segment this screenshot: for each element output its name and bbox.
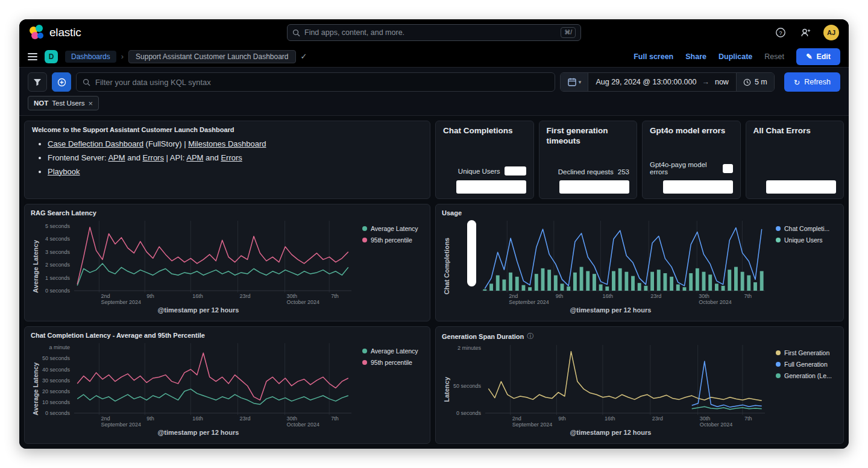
date-picker-calendar-button[interactable]: ▾ xyxy=(561,73,588,91)
breadcrumb-dashboards[interactable]: Dashboards xyxy=(65,51,116,63)
svg-text:50 seconds: 50 seconds xyxy=(42,355,71,361)
elastic-logo[interactable]: elastic xyxy=(29,25,81,40)
brand-name: elastic xyxy=(49,26,81,39)
x-axis-title: @timestamp per 12 hours xyxy=(40,429,356,438)
svg-text:2nd: 2nd xyxy=(101,416,110,422)
full-screen-button[interactable]: Full screen xyxy=(634,52,673,61)
svg-text:0 seconds: 0 seconds xyxy=(45,410,71,416)
panel-title: All Chat Errors xyxy=(753,126,837,136)
metric-label: Unique Users xyxy=(458,168,500,175)
legend-item[interactable]: Full Generation xyxy=(776,361,837,368)
svg-text:23rd: 23rd xyxy=(239,416,250,422)
link-milestones-dashboard[interactable]: Milestones Dashboard xyxy=(188,139,266,148)
svg-text:October 2024: October 2024 xyxy=(287,422,320,428)
date-to[interactable]: now xyxy=(715,78,729,86)
svg-text:9th: 9th xyxy=(146,416,154,422)
date-from[interactable]: Aug 29, 2024 @ 13:00:00.000 xyxy=(596,78,696,86)
svg-text:7th: 7th xyxy=(331,416,339,422)
legend-item[interactable]: Chat Completi... xyxy=(776,225,837,232)
link-api-errors[interactable]: Errors xyxy=(221,153,242,162)
svg-text:2nd: 2nd xyxy=(512,416,521,422)
legend-label: 95th percentile xyxy=(371,359,412,366)
link-frontend-errors[interactable]: Errors xyxy=(143,153,164,162)
svg-text:40 seconds: 40 seconds xyxy=(42,367,71,373)
global-search-input[interactable] xyxy=(304,28,556,37)
kql-input[interactable] xyxy=(95,78,549,87)
ai-assistant-icon[interactable] xyxy=(798,25,814,40)
refresh-button[interactable]: ↻ Refresh xyxy=(784,72,840,92)
space-avatar[interactable]: D xyxy=(45,50,58,63)
chart-canvas-rag-search-latency[interactable]: 2ndSeptember 20249th16th23rd30thOctober … xyxy=(40,217,356,306)
link-api-apm[interactable]: APM xyxy=(186,153,203,162)
legend-item[interactable]: Unique Users xyxy=(776,236,837,244)
legend-dot-icon xyxy=(776,362,781,367)
info-icon[interactable]: ⓘ xyxy=(527,332,533,341)
chart-canvas-usage[interactable]: 2ndSeptember 20249th16th23rd30thOctober … xyxy=(451,217,770,306)
reset-button[interactable]: Reset xyxy=(764,52,784,61)
funnel-icon xyxy=(33,78,42,86)
link-playbook[interactable]: Playbook xyxy=(48,167,80,176)
panel-generation-span-duration: Generation Span Duration ⓘ Latency 2ndSe… xyxy=(435,326,844,444)
link-case-deflection-dashboard[interactable]: Case Deflection Dashboard xyxy=(48,139,143,148)
close-icon[interactable]: × xyxy=(89,99,93,108)
y-axis-title: Average Latency xyxy=(32,240,39,293)
date-range[interactable]: Aug 29, 2024 @ 13:00:00.000 → now xyxy=(588,73,735,91)
kql-search-bar[interactable] xyxy=(76,72,555,92)
edit-button[interactable]: ✎ Edit xyxy=(796,48,840,65)
svg-text:0 seconds: 0 seconds xyxy=(456,410,482,416)
svg-text:7th: 7th xyxy=(744,293,752,299)
chart-legend: First GenerationFull GenerationGeneratio… xyxy=(770,341,837,438)
panel-first-generation-timeouts: First generation timeouts Declined reque… xyxy=(539,121,638,199)
svg-text:30th: 30th xyxy=(700,416,711,422)
legend-label: Unique Users xyxy=(784,236,823,244)
panel-title: RAG Search Latency xyxy=(31,209,424,217)
panel-title: Gpt4o model errors xyxy=(650,126,733,136)
y-axis-title: Chat Completions xyxy=(443,238,450,294)
svg-text:30th: 30th xyxy=(287,416,298,422)
svg-text:50 seconds: 50 seconds xyxy=(453,383,482,389)
menu-icon[interactable] xyxy=(28,53,37,60)
redacted-value xyxy=(559,180,629,194)
panel-gpt4o-model-errors: Gpt4o model errors Gpt4o-payg model erro… xyxy=(642,121,741,199)
refresh-interval-button[interactable]: 5 m xyxy=(736,73,774,91)
share-button[interactable]: Share xyxy=(685,52,706,61)
elastic-logo-icon xyxy=(29,25,45,40)
chart-canvas-chat-completion-latency[interactable]: 2ndSeptember 20249th16th23rd30thOctober … xyxy=(40,339,356,429)
global-search[interactable]: ⌘/ xyxy=(287,24,581,41)
link-frontend-apm[interactable]: APM xyxy=(108,153,125,162)
welcome-title: Welcome to the Support Assistant Custome… xyxy=(32,126,423,133)
nav-bar: D Dashboards › Support Assistant Custome… xyxy=(19,46,849,68)
x-axis-title: @timestamp per 12 hours xyxy=(40,306,356,316)
redacted-value xyxy=(505,166,526,176)
filter-pill-not-test-users[interactable]: NOT Test Users × xyxy=(28,96,99,110)
legend-item[interactable]: Average Latency xyxy=(362,347,424,355)
legend-item[interactable]: Average Latency xyxy=(362,225,424,232)
filter-menu-button[interactable] xyxy=(28,72,47,92)
user-avatar[interactable]: AJ xyxy=(823,25,839,40)
arrow-right-icon: → xyxy=(702,78,709,86)
legend-item[interactable]: First Generation xyxy=(776,349,837,356)
add-filter-button[interactable] xyxy=(52,72,71,92)
svg-text:2nd: 2nd xyxy=(509,293,518,299)
legend-item[interactable]: 95th percentile xyxy=(362,359,424,366)
svg-text:2 minutes: 2 minutes xyxy=(458,345,482,351)
panel-all-chat-errors: All Chat Errors xyxy=(746,121,844,199)
legend-item[interactable]: Generation (Le... xyxy=(776,372,837,379)
search-shortcut-hint: ⌘/ xyxy=(561,27,576,38)
svg-text:16th: 16th xyxy=(602,293,613,299)
svg-text:1 seconds: 1 seconds xyxy=(45,275,71,281)
duplicate-button[interactable]: Duplicate xyxy=(719,52,752,61)
legend-item[interactable]: 95th percentile xyxy=(362,236,424,244)
svg-text:20 seconds: 20 seconds xyxy=(42,388,71,394)
svg-text:16th: 16th xyxy=(605,416,615,422)
date-picker: ▾ Aug 29, 2024 @ 13:00:00.000 → now 5 m xyxy=(560,72,774,92)
y-axis-title: Latency xyxy=(443,377,450,402)
chart-canvas-generation-span-duration[interactable]: 2ndSeptember 20249th16th23rd30thOctober … xyxy=(451,341,770,429)
legend-label: Generation (Le... xyxy=(784,372,832,379)
panel-chat-completion-latency: Chat Completion Latency - Average and 95… xyxy=(24,326,430,444)
svg-text:a minute: a minute xyxy=(49,344,70,350)
legend-label: First Generation xyxy=(784,349,829,356)
legend-label: Average Latency xyxy=(371,225,418,232)
breadcrumb-current: Support Assistant Customer Launch Dashbo… xyxy=(128,50,295,63)
help-icon[interactable]: ? xyxy=(773,25,788,40)
